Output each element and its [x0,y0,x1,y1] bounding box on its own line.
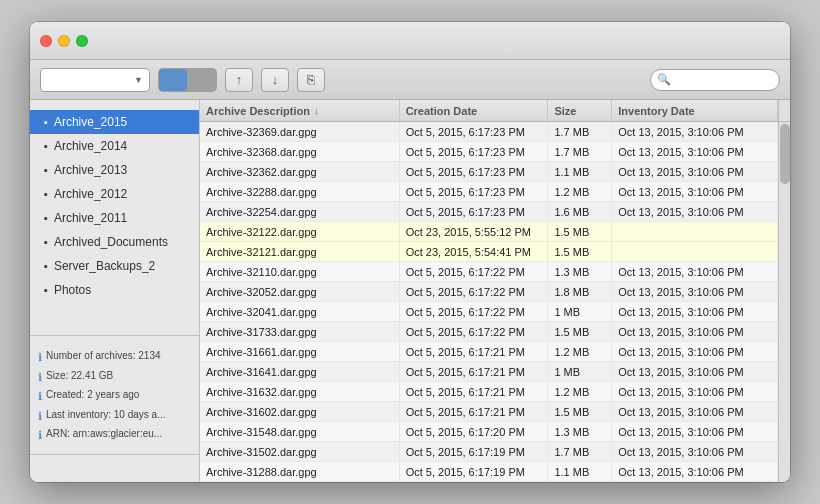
table-row[interactable]: Archive-31733.dar.gpg Oct 5, 2015, 6:17:… [200,322,778,342]
region-selector[interactable]: ▼ [40,68,150,92]
table-row[interactable]: Archive-32288.dar.gpg Oct 5, 2015, 6:17:… [200,182,778,202]
table-row[interactable]: Archive-32254.dar.gpg Oct 5, 2015, 6:17:… [200,202,778,222]
cell-date: Oct 5, 2015, 6:17:22 PM [400,322,549,341]
info-row-text: Size: 22.41 GB [46,368,113,384]
cell-size: 1.8 MB [548,282,612,301]
col-header-creation-date[interactable]: Creation Date [400,100,549,121]
chevron-down-icon: ▼ [134,75,143,85]
info-row: ℹARN: arn:aws:glacier:eu... [38,426,191,445]
cell-inv-date: Oct 13, 2015, 3:10:06 PM [612,202,778,221]
table-row[interactable]: Archive-32122.dar.gpg Oct 23, 2015, 5:55… [200,222,778,242]
cell-inv-date: Oct 13, 2015, 3:10:06 PM [612,382,778,401]
table-row[interactable]: Archive-31632.dar.gpg Oct 5, 2015, 6:17:… [200,382,778,402]
cell-inv-date: Oct 13, 2015, 3:10:06 PM [612,442,778,461]
scrollbar-track-side[interactable] [778,122,790,482]
table-row[interactable]: Archive-31548.dar.gpg Oct 5, 2015, 6:17:… [200,422,778,442]
maximize-button[interactable] [76,35,88,47]
cell-desc: Archive-32254.dar.gpg [200,202,400,221]
cell-inv-date: Oct 13, 2015, 3:10:06 PM [612,282,778,301]
table-row[interactable]: Archive-32121.dar.gpg Oct 23, 2015, 5:54… [200,242,778,262]
table-row[interactable]: Archive-32041.dar.gpg Oct 5, 2015, 6:17:… [200,302,778,322]
table-container: Archive Description ↓ Creation Date Size… [200,100,790,482]
app-window: ▼ ↑ ↓ ⎘ 🔍 ▪Archive_2015▪Archive_2014▪Arc… [30,22,790,482]
cell-inv-date: Oct 13, 2015, 3:10:06 PM [612,122,778,141]
vault-icon: ▪ [44,236,48,248]
table-row[interactable]: Archive-31641.dar.gpg Oct 5, 2015, 6:17:… [200,362,778,382]
close-button[interactable] [40,35,52,47]
table-row[interactable]: Archive-32369.dar.gpg Oct 5, 2015, 6:17:… [200,122,778,142]
sidebar-item-archive_2011[interactable]: ▪Archive_2011 [30,206,199,230]
sidebar-item-label: Archive_2011 [54,211,127,225]
sidebar-item-server_backups_2[interactable]: ▪Server_Backups_2 [30,254,199,278]
tab-group [158,68,217,92]
sidebar-item-archived_documents[interactable]: ▪Archived_Documents [30,230,199,254]
cell-inv-date: Oct 13, 2015, 3:10:06 PM [612,462,778,481]
sidebar-item-archive_2013[interactable]: ▪Archive_2013 [30,158,199,182]
cell-desc: Archive-32369.dar.gpg [200,122,400,141]
sidebar-item-label: Archive_2014 [54,139,127,153]
tab-transfers[interactable] [188,69,216,91]
scrollbar-thumb[interactable] [780,124,790,184]
table-row[interactable]: Archive-31502.dar.gpg Oct 5, 2015, 6:17:… [200,442,778,462]
cell-size: 1.3 MB [548,422,612,441]
sidebar-item-label: Archive_2015 [54,115,127,129]
download-icon: ↓ [272,72,279,87]
col-header-inventory-date[interactable]: Inventory Date [612,100,778,121]
cell-desc: Archive-31632.dar.gpg [200,382,400,401]
cell-inv-date [612,222,778,241]
sidebar-item-photos[interactable]: ▪Photos [30,278,199,302]
cell-desc: Archive-32110.dar.gpg [200,262,400,281]
col-header-description[interactable]: Archive Description ↓ [200,100,400,121]
cell-date: Oct 5, 2015, 6:17:23 PM [400,202,549,221]
sidebar-item-archive_2015[interactable]: ▪Archive_2015 [30,110,199,134]
sidebar-items-list: ▪Archive_2015▪Archive_2014▪Archive_2013▪… [30,110,199,302]
table-row[interactable]: Archive-32052.dar.gpg Oct 5, 2015, 6:17:… [200,282,778,302]
cell-date: Oct 5, 2015, 6:17:21 PM [400,402,549,421]
minimize-button[interactable] [58,35,70,47]
table-row[interactable]: Archive-32362.dar.gpg Oct 5, 2015, 6:17:… [200,162,778,182]
download-button[interactable]: ↓ [261,68,289,92]
info-circle-icon: ℹ [38,369,42,387]
cell-desc: Archive-32041.dar.gpg [200,302,400,321]
upload-button[interactable]: ↑ [225,68,253,92]
cell-desc: Archive-31502.dar.gpg [200,442,400,461]
cell-size: 1.3 MB [548,262,612,281]
table-row[interactable]: Archive-31288.dar.gpg Oct 5, 2015, 6:17:… [200,462,778,482]
traffic-lights [40,35,88,47]
info-circle-icon: ℹ [38,427,42,445]
main-content: ▪Archive_2015▪Archive_2014▪Archive_2013▪… [30,100,790,482]
tab-inventory[interactable] [159,69,187,91]
cell-date: Oct 5, 2015, 6:17:23 PM [400,142,549,161]
cell-desc: Archive-31733.dar.gpg [200,322,400,341]
cell-size: 1.2 MB [548,182,612,201]
cell-inv-date: Oct 13, 2015, 3:10:06 PM [612,322,778,341]
vault-icon: ▪ [44,116,48,128]
sidebar-item-archive_2014[interactable]: ▪Archive_2014 [30,134,199,158]
sidebar-item-archive_2012[interactable]: ▪Archive_2012 [30,182,199,206]
copy-button[interactable]: ⎘ [297,68,325,92]
table-row[interactable]: Archive-32368.dar.gpg Oct 5, 2015, 6:17:… [200,142,778,162]
sidebar: ▪Archive_2015▪Archive_2014▪Archive_2013▪… [30,100,200,482]
toolbar: ▼ ↑ ↓ ⎘ 🔍 [30,60,790,100]
cell-date: Oct 5, 2015, 6:17:22 PM [400,262,549,281]
vault-icon: ▪ [44,188,48,200]
vault-icon: ▪ [44,140,48,152]
cell-desc: Archive-31548.dar.gpg [200,422,400,441]
cell-size: 1 MB [548,302,612,321]
info-row-text: ARN: arn:aws:glacier:eu... [46,426,162,442]
upload-icon: ↑ [236,72,243,87]
cell-size: 1 MB [548,362,612,381]
table-row[interactable]: Archive-32110.dar.gpg Oct 5, 2015, 6:17:… [200,262,778,282]
cell-date: Oct 23, 2015, 5:55:12 PM [400,222,549,241]
col-header-size[interactable]: Size [548,100,612,121]
sort-arrow-icon: ↓ [314,106,319,116]
table-row[interactable]: Archive-31602.dar.gpg Oct 5, 2015, 6:17:… [200,402,778,422]
vault-icon: ▪ [44,284,48,296]
cell-size: 1.5 MB [548,242,612,261]
cell-desc: Archive-32362.dar.gpg [200,162,400,181]
cell-size: 1.1 MB [548,462,612,481]
table-row[interactable]: Archive-31661.dar.gpg Oct 5, 2015, 6:17:… [200,342,778,362]
cell-date: Oct 5, 2015, 6:17:22 PM [400,302,549,321]
col-desc-label: Archive Description [206,105,310,117]
cell-inv-date: Oct 13, 2015, 3:10:06 PM [612,262,778,281]
